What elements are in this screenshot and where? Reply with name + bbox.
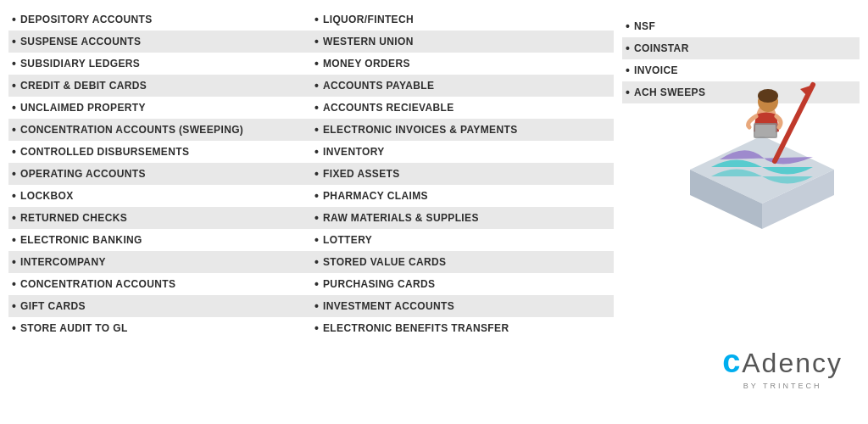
list-item: STORED VALUE CARDS [311, 251, 614, 273]
list-item: SUBSIDIARY LEDGERS [8, 53, 311, 75]
list-item: CONTROLLED DISBURSEMENTS [8, 141, 311, 163]
list-item: PURCHASING CARDS [311, 273, 614, 295]
list-item: INVESTMENT ACCOUNTS [311, 295, 614, 317]
list-section: DEPOSITORY ACCOUNTSSUSPENSE ACCOUNTSSUBS… [0, 0, 868, 424]
list-item: INVENTORY [311, 141, 614, 163]
list-item: ELECTRONIC BENEFITS TRANSFER [311, 317, 614, 339]
list-item: ACCOUNTS PAYABLE [311, 75, 614, 97]
page-container: DEPOSITORY ACCOUNTSSUSPENSE ACCOUNTSSUBS… [0, 0, 868, 424]
column-2: LIQUOR/FINTECHWESTERN UNIONMONEY ORDERSA… [311, 8, 614, 416]
list-item: ACCOUNTS RECIEVABLE [311, 97, 614, 119]
list-item: INTERCOMPANY [8, 251, 311, 273]
list-item: CREDIT & DEBIT CARDS [8, 75, 311, 97]
list-item: CONCENTRATION ACCOUNTS (SWEEPING) [8, 119, 311, 141]
list-item: UNCLAIMED PROPERTY [8, 97, 311, 119]
logo-d: d [762, 348, 779, 378]
column-1: DEPOSITORY ACCOUNTSSUSPENSE ACCOUNTSSUBS… [8, 8, 311, 416]
list-item: CONCENTRATION ACCOUNTS [8, 273, 311, 295]
logo-area: cAdency BY TRINTECH [722, 343, 843, 390]
logo-y: y [827, 348, 843, 378]
list-item: LOCKBOX [8, 185, 311, 207]
list-item: SUSPENSE ACCOUNTS [8, 31, 311, 53]
list-item: STORE AUDIT TO GL [8, 317, 311, 339]
list-item: LIQUOR/FINTECH [311, 8, 614, 31]
list-item: OPERATING ACCOUNTS [8, 163, 311, 185]
logo-e: e [778, 348, 795, 378]
list-item: ELECTRONIC BANKING [8, 229, 311, 251]
logo-text: cAdency [722, 343, 843, 380]
list-item: RAW MATERIALS & SUPPLIES [311, 207, 614, 229]
logo-c: c [722, 343, 742, 379]
logo-n: n [795, 348, 812, 378]
list-item: FIXED ASSETS [311, 163, 614, 185]
list-item: DEPOSITORY ACCOUNTS [8, 8, 311, 31]
logo-a: A [742, 348, 761, 378]
list-item: PHARMACY CLAIMS [311, 185, 614, 207]
logo-c2: c [812, 348, 827, 378]
list-item: MONEY ORDERS [311, 53, 614, 75]
list-item: RETURNED CHECKS [8, 207, 311, 229]
right-section: NSFCOINSTARINVOICEACH SWEEPS [614, 8, 868, 416]
logo-sub: BY TRINTECH [743, 382, 822, 390]
list-item: ELECTRONIC INVOICES & PAYMENTS [311, 119, 614, 141]
list-item: WESTERN UNION [311, 31, 614, 53]
svg-point-8 [758, 89, 778, 103]
illustration [673, 17, 860, 237]
list-item: LOTTERY [311, 229, 614, 251]
list-item: GIFT CARDS [8, 295, 311, 317]
svg-rect-10 [755, 125, 776, 137]
